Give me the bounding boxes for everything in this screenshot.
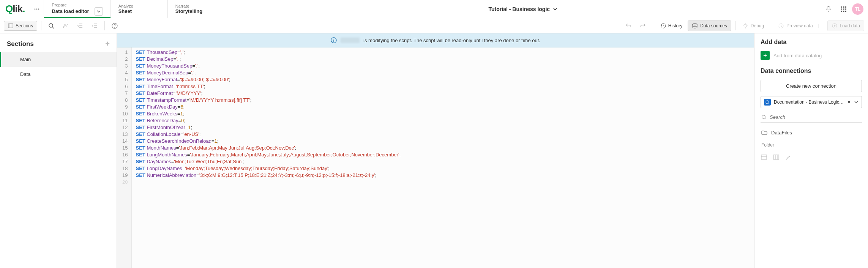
select-data-icon[interactable] [773,154,780,161]
svg-rect-40 [761,155,767,159]
svg-rect-5 [845,6,846,8]
sections-button[interactable]: Sections [4,21,37,31]
svg-rect-9 [841,11,842,12]
editor-area: is modifying the script. The script will… [117,33,754,268]
more-icon[interactable] [30,0,44,18]
sections-sidebar: Sections + MainData [0,33,117,268]
add-from-catalog[interactable]: + Add from data catalog [761,51,862,60]
undo-icon [622,21,634,31]
readonly-banner: is modifying the script. The script will… [117,33,754,47]
right-panel: Add data + Add from data catalog Data co… [754,33,868,268]
connection-item[interactable]: Documentation - Business Logic ... ✕ [761,96,862,108]
connection-actions [761,151,862,161]
svg-point-0 [35,8,36,9]
add-data-title: Add data [761,39,862,46]
svg-line-39 [765,118,767,120]
add-section-icon[interactable]: + [105,39,110,48]
plus-icon: + [761,51,770,60]
folder-icon [761,129,767,136]
svg-point-35 [333,39,334,39]
svg-point-14 [49,24,53,27]
app-header: QQliklik. Prepare Data load editor Analy… [0,0,868,18]
svg-point-27 [744,24,747,27]
connection-icon [764,99,771,106]
header-right: TL [822,0,868,18]
svg-rect-36 [333,40,334,42]
data-files-item[interactable]: DataFiles [761,126,862,139]
svg-point-24 [114,27,115,28]
svg-rect-42 [773,155,779,159]
bell-icon[interactable] [822,2,835,16]
tab-analyze[interactable]: Analyze Sheet [110,0,167,18]
svg-rect-3 [841,6,842,8]
create-connection-button[interactable]: Create new connection [761,80,862,92]
load-data-button: Load data [827,20,864,31]
svg-point-38 [762,115,765,118]
data-sources-button[interactable]: Data sources [688,20,731,31]
svg-rect-12 [8,24,13,28]
redacted-user [341,38,360,43]
comment-icon [60,21,72,31]
svg-point-37 [766,101,769,104]
search-icon[interactable] [45,21,57,31]
toolbar: Sections History Data sources Debug Prev… [0,18,868,33]
main-area: Sections + MainData is modifying the scr… [0,33,868,268]
sidebar-header: Sections + [0,33,117,52]
svg-point-1 [36,8,38,9]
close-icon[interactable]: ✕ [847,99,851,105]
line-gutter: 1234567891011121314151617181920 [117,47,132,268]
svg-rect-7 [843,8,844,9]
connection-search[interactable] [761,112,862,123]
chevron-down-icon [553,7,557,11]
section-item-data[interactable]: Data [0,67,117,82]
info-icon [331,37,337,43]
svg-rect-11 [845,11,846,12]
svg-rect-6 [841,8,842,9]
search-input[interactable] [770,114,861,120]
app-title[interactable]: Tutorial - Business logic [224,0,822,18]
redo-icon [637,21,649,31]
qlik-logo: QQliklik. [0,0,30,18]
indent-icon [88,21,101,31]
tab-prepare[interactable]: Prepare Data load editor [44,0,110,18]
search-icon [761,115,767,120]
history-button[interactable]: History [657,21,685,31]
insert-icon[interactable] [761,154,767,161]
svg-rect-8 [845,8,846,9]
help-icon[interactable] [109,21,121,31]
chevron-down-icon[interactable] [95,7,103,16]
code-editor[interactable]: 1234567891011121314151617181920 SET Thou… [117,47,754,268]
connections-title: Data connections [761,68,862,74]
folder-label: Folder [761,142,862,148]
avatar[interactable]: TL [852,3,863,15]
code-content[interactable]: SET ThousandSep=',';SET DecimalSep='.';S… [132,47,404,268]
outdent-icon [74,21,86,31]
preview-button: Preview data [775,21,825,31]
apps-grid-icon[interactable] [837,2,851,16]
debug-button: Debug [739,21,767,31]
svg-line-15 [52,27,54,28]
chevron-down-icon[interactable] [854,100,859,104]
edit-icon[interactable] [785,154,792,161]
section-item-main[interactable]: Main [0,52,117,67]
svg-rect-10 [843,11,844,12]
svg-rect-4 [843,6,844,8]
svg-point-26 [693,24,697,25]
svg-point-2 [38,8,39,9]
tab-narrate[interactable]: Narrate Storytelling [167,0,224,18]
